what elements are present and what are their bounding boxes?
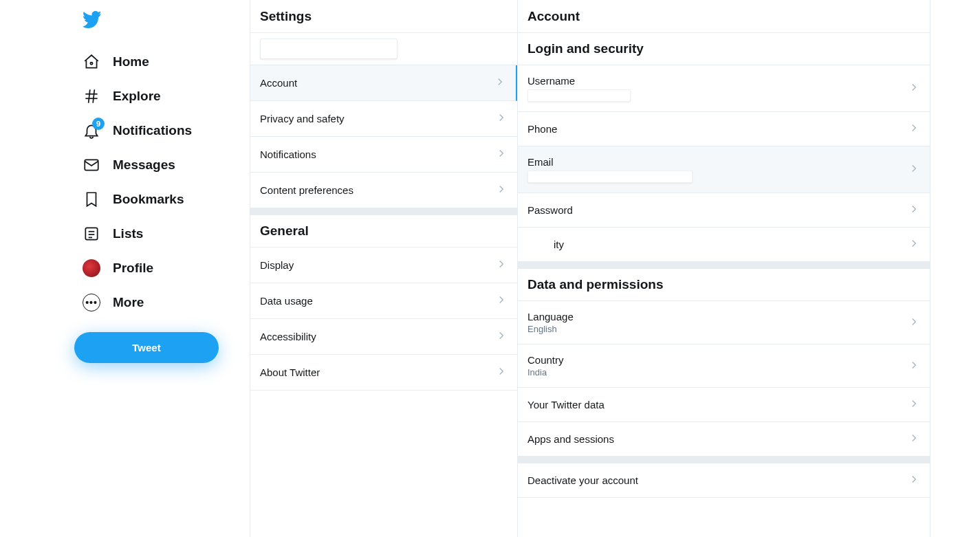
chevron-right-icon <box>495 111 508 126</box>
chevron-right-icon <box>908 81 920 96</box>
nav-label: More <box>113 295 144 310</box>
chevron-right-icon <box>908 316 920 330</box>
settings-general-header: General <box>250 215 517 248</box>
svg-point-0 <box>90 63 92 65</box>
chevron-right-icon <box>495 147 508 162</box>
settings-item-account[interactable]: Account <box>250 65 517 101</box>
nav-home[interactable]: Home <box>74 45 250 79</box>
settings-item-content[interactable]: Content preferences <box>250 173 517 208</box>
settings-item-about[interactable]: About Twitter <box>250 355 517 391</box>
section-divider <box>250 208 517 215</box>
twitter-logo[interactable] <box>74 7 250 45</box>
chevron-right-icon <box>495 365 508 380</box>
account-item-email[interactable]: Email <box>518 146 930 193</box>
chevron-right-icon <box>908 473 920 487</box>
account-item-twitter-data[interactable]: Your Twitter data <box>518 388 930 422</box>
chevron-right-icon <box>495 329 508 344</box>
account-item-label: Language <box>527 311 574 322</box>
hash-icon <box>83 87 100 105</box>
account-item-label: Country <box>527 354 564 366</box>
nav-lists[interactable]: Lists <box>74 217 250 251</box>
more-icon: ••• <box>83 294 100 311</box>
svg-rect-5 <box>85 160 98 170</box>
settings-search-wrap <box>250 33 517 65</box>
app-root: Home Explore 9 Notifications Messages <box>0 0 980 537</box>
chevron-right-icon <box>495 294 508 308</box>
mail-icon <box>83 156 100 174</box>
account-item-deactivate[interactable]: Deactivate your account <box>518 463 930 498</box>
settings-item-label: Display <box>260 259 294 271</box>
settings-item-label: About Twitter <box>260 366 320 378</box>
chevron-right-icon <box>908 122 920 136</box>
home-icon <box>83 53 100 71</box>
account-item-value: India <box>527 367 564 377</box>
section-divider <box>518 457 930 463</box>
settings-search-input[interactable] <box>260 39 398 59</box>
nav-bookmarks[interactable]: Bookmarks <box>74 182 250 217</box>
settings-item-label: Notifications <box>260 149 316 160</box>
account-item-label: Username <box>527 75 631 87</box>
nav-label: Notifications <box>113 123 192 138</box>
chevron-right-icon <box>495 183 508 197</box>
nav-label: Explore <box>113 89 161 104</box>
login-security-header: Login and security <box>518 33 930 65</box>
settings-item-label: Data usage <box>260 295 313 307</box>
account-item-label: Apps and sessions <box>527 433 614 445</box>
settings-item-notifications[interactable]: Notifications <box>250 137 517 173</box>
nav-messages[interactable]: Messages <box>74 148 250 182</box>
tweet-button[interactable]: Tweet <box>74 332 219 363</box>
settings-column: Settings Account Privacy and safety Noti… <box>250 0 518 537</box>
account-item-label: Your Twitter data <box>527 399 605 410</box>
account-item-label: Deactivate your account <box>527 474 638 486</box>
account-column: Account Login and security Username Phon… <box>518 0 930 537</box>
nav-explore[interactable]: Explore <box>74 79 250 113</box>
nav-profile[interactable]: Profile <box>74 251 250 285</box>
account-item-value: English <box>527 324 574 334</box>
nav-label: Bookmarks <box>113 192 184 207</box>
settings-item-label: Accessibility <box>260 331 316 342</box>
settings-title: Settings <box>250 0 517 33</box>
account-item-country[interactable]: Country India <box>518 344 930 388</box>
nav-label: Home <box>113 54 149 69</box>
chevron-right-icon <box>908 237 920 252</box>
settings-item-accessibility[interactable]: Accessibility <box>250 319 517 355</box>
settings-item-privacy[interactable]: Privacy and safety <box>250 101 517 137</box>
nav-label: Lists <box>113 226 143 241</box>
account-item-label: Phone <box>527 123 557 135</box>
account-item-label: Email <box>527 156 693 168</box>
account-item-phone[interactable]: Phone <box>518 112 930 146</box>
nav-more[interactable]: ••• More <box>74 285 250 320</box>
svg-line-3 <box>89 89 90 103</box>
bookmark-icon <box>83 190 100 208</box>
settings-item-label: Account <box>260 77 297 89</box>
account-item-label-partial: ity <box>527 239 564 250</box>
list-icon <box>83 225 100 243</box>
bell-icon: 9 <box>83 122 100 140</box>
section-divider <box>518 262 930 269</box>
nav-label: Messages <box>113 157 175 173</box>
data-permissions-header: Data and permissions <box>518 269 930 301</box>
nav-notifications[interactable]: 9 Notifications <box>74 113 250 148</box>
redacted-value <box>527 89 631 102</box>
notification-badge: 9 <box>92 118 105 130</box>
sidebar: Home Explore 9 Notifications Messages <box>0 0 250 537</box>
account-item-language[interactable]: Language English <box>518 301 930 344</box>
account-item-password[interactable]: Password <box>518 193 930 228</box>
account-title: Account <box>518 0 930 33</box>
account-item-security[interactable]: ity <box>518 228 930 262</box>
account-item-username[interactable]: Username <box>518 65 930 112</box>
chevron-right-icon <box>908 397 920 412</box>
settings-item-data-usage[interactable]: Data usage <box>250 283 517 319</box>
chevron-right-icon <box>908 432 920 446</box>
avatar-icon <box>83 259 100 277</box>
settings-item-label: Privacy and safety <box>260 113 345 124</box>
chevron-right-icon <box>494 76 506 90</box>
chevron-right-icon <box>908 359 920 373</box>
settings-item-label: Content preferences <box>260 184 353 196</box>
chevron-right-icon <box>908 203 920 217</box>
redacted-value <box>527 171 693 183</box>
chevron-right-icon <box>495 258 508 272</box>
settings-item-display[interactable]: Display <box>250 248 517 283</box>
account-item-apps-sessions[interactable]: Apps and sessions <box>518 422 930 457</box>
svg-line-4 <box>93 89 94 103</box>
